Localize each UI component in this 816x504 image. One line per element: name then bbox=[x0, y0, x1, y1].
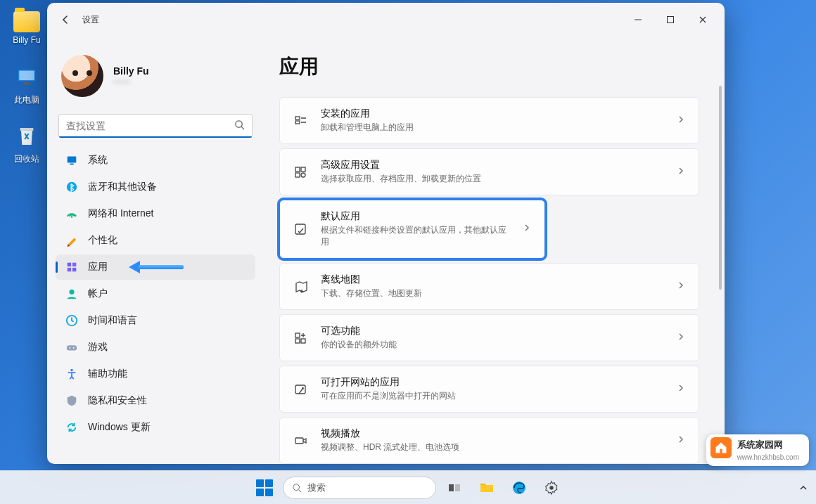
svg-rect-2 bbox=[24, 82, 30, 84]
card-offline-maps[interactable]: 离线地图下载、存储位置、地图更新 bbox=[279, 263, 699, 310]
search-icon bbox=[292, 483, 302, 493]
watermark-title: 系统家园网 bbox=[737, 439, 783, 450]
svg-point-30 bbox=[301, 173, 305, 177]
network-icon bbox=[65, 207, 78, 220]
sidebar-item-label: 游戏 bbox=[88, 341, 108, 354]
sidebar-item-bluetooth[interactable]: 蓝牙和其他设备 bbox=[56, 174, 255, 200]
cards-list: 安装的应用卸载和管理电脑上的应用高级应用设置选择获取应用、存档应用、卸载更新的位… bbox=[279, 97, 712, 464]
sidebar-item-label: 时间和语言 bbox=[88, 314, 137, 327]
monitor-icon bbox=[13, 63, 41, 91]
desktop-icon-recycle-bin[interactable]: 回收站 bbox=[4, 122, 49, 165]
svg-rect-9 bbox=[68, 157, 77, 163]
svg-point-12 bbox=[71, 216, 73, 218]
edge-button[interactable] bbox=[505, 474, 533, 502]
sidebar-item-apps[interactable]: 应用 bbox=[56, 254, 255, 280]
svg-rect-32 bbox=[295, 333, 300, 337]
card-web-apps[interactable]: 可打开网站的应用可在应用而不是浏览器中打开的网站 bbox=[279, 366, 699, 413]
close-button[interactable] bbox=[687, 8, 719, 31]
arrow-left-icon bbox=[60, 14, 71, 25]
card-subtitle: 可在应用而不是浏览器中打开的网站 bbox=[321, 390, 663, 402]
svg-rect-31 bbox=[295, 224, 305, 234]
svg-rect-33 bbox=[295, 339, 300, 343]
maximize-icon bbox=[666, 15, 675, 24]
titlebar: 设置 bbox=[47, 3, 725, 37]
minimize-icon bbox=[634, 15, 642, 24]
settings-taskbar-button[interactable] bbox=[537, 474, 566, 502]
profile-name: Billy Fu bbox=[113, 65, 149, 77]
svg-rect-23 bbox=[295, 117, 300, 119]
system-tray[interactable] bbox=[799, 484, 808, 492]
card-subtitle: 视频调整、HDR 流式处理、电池选项 bbox=[321, 441, 663, 453]
task-view-button[interactable] bbox=[440, 474, 468, 502]
sidebar-item-label: 网络和 Internet bbox=[88, 207, 153, 220]
card-advanced[interactable]: 高级应用设置选择获取应用、存档应用、卸载更新的位置 bbox=[279, 148, 699, 195]
explorer-button[interactable] bbox=[473, 474, 501, 502]
sidebar-item-gaming[interactable]: 游戏 bbox=[56, 335, 255, 360]
sidebar-item-personalization[interactable]: 个性化 bbox=[56, 228, 255, 253]
svg-rect-27 bbox=[295, 167, 300, 172]
svg-rect-24 bbox=[295, 121, 300, 124]
taskbar: 搜索 bbox=[0, 470, 816, 504]
start-button[interactable] bbox=[250, 474, 279, 502]
desktop-icon-user-folder[interactable]: Billy Fu bbox=[4, 4, 49, 45]
svg-point-22 bbox=[70, 369, 73, 372]
card-subtitle: 卸载和管理电脑上的应用 bbox=[321, 122, 663, 134]
sidebar-item-label: 辅助功能 bbox=[88, 368, 127, 380]
sidebar-item-time[interactable]: 时间和语言 bbox=[56, 308, 255, 333]
chevron-right-icon bbox=[676, 280, 686, 293]
svg-rect-1 bbox=[19, 71, 34, 80]
svg-rect-19 bbox=[67, 345, 77, 350]
sidebar-item-label: 个性化 bbox=[88, 234, 117, 247]
svg-rect-34 bbox=[301, 339, 305, 343]
sidebar-item-accounts[interactable]: 帐户 bbox=[56, 281, 255, 306]
sidebar-item-label: 应用 bbox=[88, 261, 108, 273]
chevron-right-icon bbox=[676, 115, 686, 127]
desktop-icon-label: 回收站 bbox=[4, 153, 49, 165]
minimize-button[interactable] bbox=[622, 8, 654, 31]
scrollbar[interactable] bbox=[719, 86, 722, 457]
svg-rect-10 bbox=[70, 164, 73, 165]
recycle-bin-icon bbox=[13, 122, 41, 150]
account-tile[interactable]: Billy Fu —— bbox=[56, 45, 262, 110]
search-icon bbox=[234, 119, 245, 133]
sidebar: Billy Fu —— 系统蓝牙和其他设备网络和 Internet个性化应用帐户… bbox=[47, 37, 262, 464]
sidebar-item-accessibility[interactable]: 辅助功能 bbox=[56, 361, 255, 387]
card-video[interactable]: 视频播放视频调整、HDR 流式处理、电池选项 bbox=[279, 417, 699, 464]
scrollbar-thumb[interactable] bbox=[719, 86, 722, 290]
watermark: 系统家园网 www.hnzkhbsb.com bbox=[706, 434, 809, 466]
sidebar-item-label: 蓝牙和其他设备 bbox=[88, 181, 157, 193]
svg-point-7 bbox=[236, 120, 242, 127]
card-optional[interactable]: 可选功能你的设备的额外功能 bbox=[279, 314, 699, 361]
svg-point-38 bbox=[293, 484, 300, 490]
gear-icon bbox=[544, 480, 559, 496]
svg-rect-36 bbox=[295, 438, 303, 444]
svg-rect-29 bbox=[295, 173, 300, 177]
profile-email: —— bbox=[113, 77, 149, 86]
card-default[interactable]: 默认应用根据文件和链接种类设置的默认应用，其他默认应用 bbox=[279, 200, 545, 259]
taskbar-search[interactable]: 搜索 bbox=[283, 477, 436, 499]
search-input[interactable] bbox=[66, 120, 234, 131]
nav-list: 系统蓝牙和其他设备网络和 Internet个性化应用帐户时间和语言游戏辅助功能隐… bbox=[56, 148, 262, 440]
sidebar-item-privacy[interactable]: 隐私和安全性 bbox=[56, 388, 255, 413]
svg-rect-16 bbox=[72, 268, 76, 271]
back-button[interactable] bbox=[53, 7, 78, 32]
sidebar-item-update[interactable]: Windows 更新 bbox=[56, 415, 255, 440]
web-apps-icon bbox=[293, 382, 308, 396]
sidebar-item-network[interactable]: 网络和 Internet bbox=[56, 201, 255, 226]
maximize-button[interactable] bbox=[654, 8, 687, 31]
settings-window: 设置 Billy Fu —— 系统蓝牙和其他设备网络和 Internet个性 bbox=[47, 3, 725, 464]
folder-icon bbox=[13, 4, 41, 32]
personalization-icon bbox=[65, 234, 78, 247]
windows-logo-icon bbox=[256, 479, 273, 496]
desktop-icon-this-pc[interactable]: 此电脑 bbox=[4, 63, 49, 106]
task-view-icon bbox=[447, 481, 461, 495]
installed-icon bbox=[293, 114, 308, 128]
time-icon bbox=[65, 314, 78, 327]
svg-rect-4 bbox=[20, 128, 34, 131]
sidebar-item-system[interactable]: 系统 bbox=[56, 148, 255, 173]
system-icon bbox=[65, 154, 78, 167]
search-box[interactable] bbox=[58, 114, 253, 138]
svg-rect-14 bbox=[72, 263, 76, 266]
svg-rect-3 bbox=[22, 84, 31, 84]
card-installed[interactable]: 安装的应用卸载和管理电脑上的应用 bbox=[279, 97, 699, 144]
